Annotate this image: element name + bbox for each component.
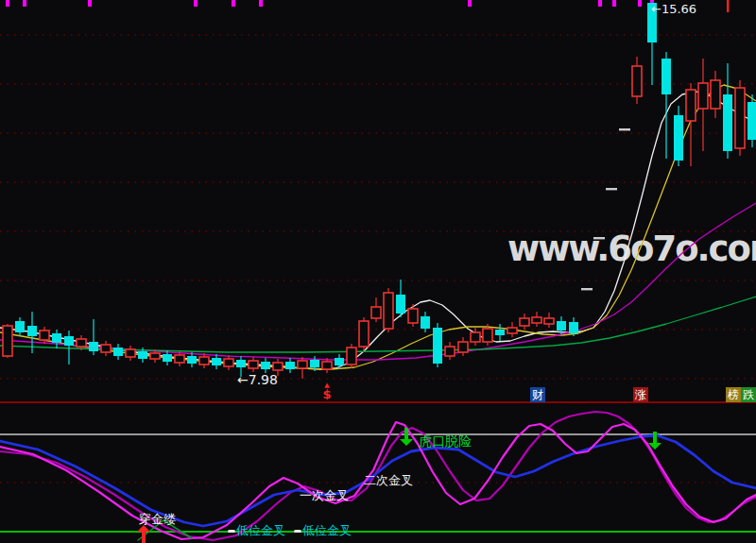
annotation-low-gold-cross-1: 低位金叉	[236, 522, 285, 539]
toolbar-button-finance[interactable]: 财	[530, 387, 545, 402]
toolbar-button-losers[interactable]: 跌	[741, 387, 756, 402]
stock-chart-window: www.6o7o.com ←15.66 ←7.98 ▲ $ 穿金缕 低位金叉 低…	[0, 0, 756, 543]
toolbar-button-ranking[interactable]: 榜	[726, 387, 741, 402]
buy-signal-marker: ▲ $	[319, 382, 335, 400]
annotation-first-gold-cross: 一次金叉	[300, 487, 349, 504]
annotation-second-gold-cross: 二次金叉	[364, 472, 413, 489]
buy-signal-dollar-icon: $	[322, 388, 331, 400]
annotation-pierce-gold: 穿金缕	[139, 511, 176, 528]
toolbar-button-gainers[interactable]: 涨	[633, 387, 648, 402]
low-price-label: ←7.98	[237, 372, 278, 387]
main-price-panel[interactable]	[0, 0, 756, 402]
peak-price-label: ←15.66	[651, 2, 696, 16]
annotation-low-gold-cross-2: 低位金叉	[302, 522, 352, 539]
annotation-tiger-escape: 虎口脱险	[419, 433, 472, 450]
